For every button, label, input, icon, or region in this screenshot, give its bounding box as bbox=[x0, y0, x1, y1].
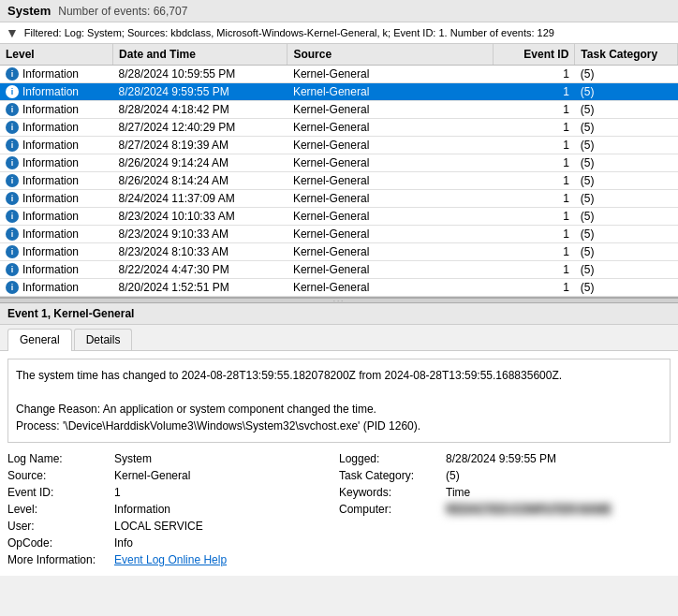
detail-value: 1 bbox=[114, 486, 121, 499]
level-text: Information bbox=[22, 227, 79, 241]
level-text: Information bbox=[22, 156, 79, 169]
detail-label: Keywords: bbox=[339, 486, 442, 499]
cell-source: Kernel-General bbox=[287, 66, 493, 83]
cell-datetime: 8/27/2024 12:40:29 PM bbox=[113, 119, 287, 137]
app-title: System bbox=[7, 4, 51, 18]
detail-value[interactable]: Event Log Online Help bbox=[114, 553, 227, 566]
cell-level: iInformation bbox=[0, 261, 113, 278]
col-header-source[interactable]: Source bbox=[287, 44, 493, 66]
table-row[interactable]: iInformation8/23/2024 10:10:33 AMKernel-… bbox=[0, 208, 678, 226]
event-description-box: The system time has changed to 2024-08-2… bbox=[7, 359, 671, 443]
cell-level: iInformation bbox=[0, 226, 113, 242]
table-row[interactable]: iInformation8/28/2024 4:18:42 PMKernel-G… bbox=[0, 101, 678, 119]
tab-details[interactable]: Details bbox=[74, 329, 133, 350]
tab-general[interactable]: General bbox=[7, 329, 72, 351]
cell-source: Kernel-General bbox=[287, 154, 493, 172]
detail-row: Computer:REDACTED-COMPUTER-NAME bbox=[339, 501, 671, 518]
table-row[interactable]: iInformation8/23/2024 9:10:33 AMKernel-G… bbox=[0, 226, 678, 243]
table-container[interactable]: Level Date and Time Source Event ID Task… bbox=[0, 44, 678, 298]
detail-row: More Information:Event Log Online Help bbox=[7, 551, 339, 568]
col-header-taskcategory[interactable]: Task Category bbox=[575, 44, 678, 66]
table-row[interactable]: iInformation8/23/2024 8:10:33 AMKernel-G… bbox=[0, 243, 678, 261]
cell-taskcategory: (5) bbox=[575, 243, 678, 261]
info-icon: i bbox=[6, 281, 19, 294]
cell-taskcategory: (5) bbox=[575, 172, 678, 190]
table-row[interactable]: iInformation8/27/2024 8:19:39 AMKernel-G… bbox=[0, 137, 678, 154]
tab-content: The system time has changed to 2024-08-2… bbox=[0, 351, 678, 576]
cell-source: Kernel-General bbox=[287, 243, 493, 261]
table-row[interactable]: iInformation8/20/2024 1:52:51 PMKernel-G… bbox=[0, 279, 678, 297]
cell-eventid: 1 bbox=[493, 261, 575, 279]
cell-eventid: 1 bbox=[493, 119, 575, 137]
cell-datetime: 8/23/2024 10:10:33 AM bbox=[113, 208, 287, 226]
info-icon: i bbox=[6, 263, 19, 276]
detail-row: Task Category:(5) bbox=[339, 467, 671, 484]
table-row[interactable]: iInformation8/28/2024 10:59:55 PMKernel-… bbox=[0, 66, 678, 83]
detail-label: Event ID: bbox=[7, 486, 111, 499]
cell-taskcategory: (5) bbox=[575, 208, 678, 226]
event-details-right: Logged:8/28/2024 9:59:55 PMTask Category… bbox=[339, 450, 671, 568]
info-icon: i bbox=[6, 103, 19, 116]
info-icon: i bbox=[6, 121, 19, 134]
level-text: Information bbox=[22, 245, 79, 258]
cell-level: iInformation bbox=[0, 154, 113, 171]
cell-source: Kernel-General bbox=[287, 101, 493, 119]
cell-eventid: 1 bbox=[493, 279, 575, 297]
splitter-dots: ··· bbox=[333, 297, 346, 305]
table-row[interactable]: iInformation8/24/2024 11:37:09 AMKernel-… bbox=[0, 190, 678, 208]
cell-source: Kernel-General bbox=[287, 190, 493, 208]
detail-value: (5) bbox=[446, 469, 460, 482]
table-row[interactable]: iInformation8/28/2024 9:59:55 PMKernel-G… bbox=[0, 83, 678, 101]
detail-panel: Event 1, Kernel-General General Details … bbox=[0, 303, 678, 576]
info-icon: i bbox=[6, 156, 19, 169]
cell-datetime: 8/20/2024 1:52:51 PM bbox=[113, 279, 287, 297]
table-row[interactable]: iInformation8/26/2024 8:14:24 AMKernel-G… bbox=[0, 172, 678, 190]
cell-taskcategory: (5) bbox=[575, 261, 678, 279]
cell-taskcategory: (5) bbox=[575, 190, 678, 208]
cell-taskcategory: (5) bbox=[575, 119, 678, 137]
cell-datetime: 8/24/2024 11:37:09 AM bbox=[113, 190, 287, 208]
cell-taskcategory: (5) bbox=[575, 137, 678, 154]
level-text: Information bbox=[22, 103, 79, 116]
col-header-eventid[interactable]: Event ID bbox=[493, 44, 575, 66]
detail-row: Event ID:1 bbox=[7, 484, 339, 501]
table-row[interactable]: iInformation8/27/2024 12:40:29 PMKernel-… bbox=[0, 119, 678, 137]
col-header-datetime[interactable]: Date and Time bbox=[113, 44, 287, 66]
cell-source: Kernel-General bbox=[287, 172, 493, 190]
level-text: Information bbox=[22, 139, 79, 152]
detail-value: LOCAL SERVICE bbox=[114, 520, 203, 533]
cell-datetime: 8/23/2024 8:10:33 AM bbox=[113, 243, 287, 261]
cell-source: Kernel-General bbox=[287, 208, 493, 226]
tabs-container: General Details bbox=[0, 325, 678, 351]
cell-datetime: 8/28/2024 4:18:42 PM bbox=[113, 101, 287, 119]
cell-source: Kernel-General bbox=[287, 119, 493, 137]
cell-eventid: 1 bbox=[493, 243, 575, 261]
cell-taskcategory: (5) bbox=[575, 83, 678, 101]
cell-datetime: 8/23/2024 9:10:33 AM bbox=[113, 226, 287, 243]
detail-row: Logged:8/28/2024 9:59:55 PM bbox=[339, 450, 671, 467]
cell-eventid: 1 bbox=[493, 172, 575, 190]
cell-taskcategory: (5) bbox=[575, 279, 678, 297]
cell-level: iInformation bbox=[0, 190, 113, 207]
cell-level: iInformation bbox=[0, 172, 113, 189]
cell-taskcategory: (5) bbox=[575, 101, 678, 119]
table-row[interactable]: iInformation8/26/2024 9:14:24 AMKernel-G… bbox=[0, 154, 678, 172]
cell-eventid: 1 bbox=[493, 154, 575, 172]
info-icon: i bbox=[6, 227, 19, 241]
info-icon: i bbox=[6, 245, 19, 258]
info-icon: i bbox=[6, 174, 19, 187]
event-header: Event 1, Kernel-General bbox=[0, 303, 678, 325]
table-row[interactable]: iInformation8/22/2024 4:47:30 PMKernel-G… bbox=[0, 261, 678, 279]
level-text: Information bbox=[22, 192, 79, 205]
detail-label: Computer: bbox=[339, 503, 442, 516]
cell-level: iInformation bbox=[0, 83, 113, 100]
level-text: Information bbox=[22, 263, 79, 276]
detail-label: Source: bbox=[7, 469, 111, 482]
cell-datetime: 8/26/2024 9:14:24 AM bbox=[113, 154, 287, 172]
info-icon: i bbox=[6, 192, 19, 205]
col-header-level[interactable]: Level bbox=[0, 44, 113, 66]
title-bar: System Number of events: 66,707 bbox=[0, 0, 678, 22]
cell-source: Kernel-General bbox=[287, 279, 493, 297]
detail-label: More Information: bbox=[7, 553, 111, 566]
detail-row: Keywords:Time bbox=[339, 484, 671, 501]
